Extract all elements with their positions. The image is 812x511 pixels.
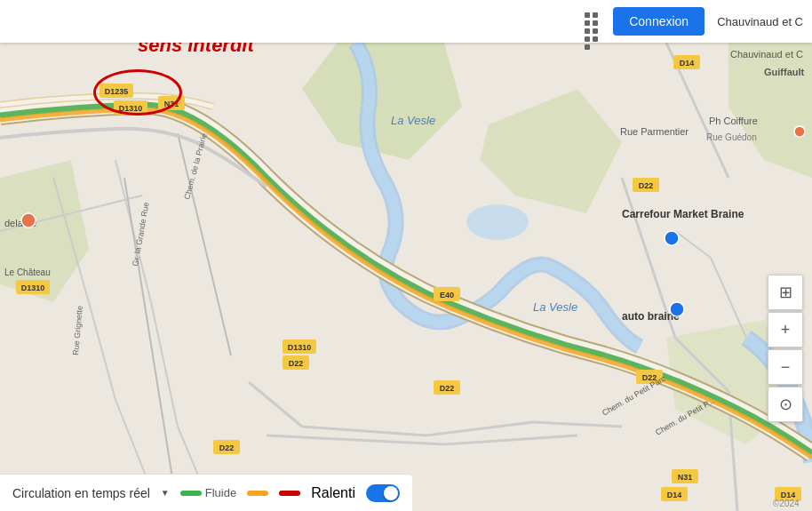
circulation-label: Circulation en temps réel bbox=[12, 486, 150, 500]
svg-text:La Vesle: La Vesle bbox=[533, 300, 577, 314]
svg-text:Le Château: Le Château bbox=[4, 267, 51, 277]
fluide-label: Fluide bbox=[205, 486, 236, 499]
svg-text:D1310: D1310 bbox=[119, 104, 143, 113]
dropdown-arrow[interactable]: ▼ bbox=[161, 488, 170, 498]
traffic-toggle[interactable] bbox=[366, 484, 400, 502]
layers-button[interactable]: ⊞ bbox=[768, 275, 803, 310]
svg-text:N31: N31 bbox=[678, 473, 693, 482]
svg-text:Guiffault: Guiffault bbox=[764, 67, 805, 77]
bottom-bar: Circulation en temps réel ▼ Fluide Ralen… bbox=[0, 474, 412, 511]
ralenti-label: Ralenti bbox=[311, 485, 355, 501]
svg-text:D22: D22 bbox=[289, 359, 304, 368]
svg-text:D1310: D1310 bbox=[21, 283, 45, 292]
svg-text:E40: E40 bbox=[440, 291, 454, 299]
toggle-knob bbox=[384, 486, 398, 500]
medium-color-swatch bbox=[247, 491, 268, 496]
svg-text:Rue Guédon: Rue Guédon bbox=[706, 132, 757, 142]
svg-text:N31: N31 bbox=[164, 100, 179, 108]
zoom-in-button[interactable]: + bbox=[768, 312, 803, 347]
map-background: D1235 D1310 N31 D22 E40 D1310 D22 D22 D1… bbox=[0, 0, 812, 511]
map-container[interactable]: D1235 D1310 N31 D22 E40 D1310 D22 D22 D1… bbox=[0, 0, 812, 511]
connexion-button[interactable]: Connexion bbox=[613, 7, 705, 36]
top-bar: Connexion Chauvinaud et C bbox=[0, 0, 812, 43]
svg-text:D22: D22 bbox=[219, 443, 235, 452]
svg-text:D14: D14 bbox=[680, 59, 695, 68]
svg-point-7 bbox=[466, 204, 529, 240]
location-text: Chauvinaud et C bbox=[717, 15, 803, 28]
map-controls: ⊞ + − ⊙ bbox=[768, 275, 803, 422]
svg-text:Rue Parmentier: Rue Parmentier bbox=[620, 126, 689, 137]
zoom-out-button[interactable]: − bbox=[768, 349, 803, 385]
street-view-button[interactable]: ⊙ bbox=[768, 387, 803, 422]
fluide-legend: Fluide bbox=[180, 486, 236, 499]
svg-text:La Vesle: La Vesle bbox=[391, 114, 435, 127]
svg-text:D14: D14 bbox=[667, 491, 682, 499]
svg-text:D1310: D1310 bbox=[288, 343, 312, 352]
svg-text:Chauvinaud et C: Chauvinaud et C bbox=[730, 49, 803, 60]
svg-text:Carrefour Market Braine: Carrefour Market Braine bbox=[622, 208, 744, 220]
fluide-color-swatch bbox=[180, 491, 202, 496]
grid-icon[interactable] bbox=[583, 11, 604, 32]
svg-text:Ph Coiffure: Ph Coiffure bbox=[709, 116, 758, 126]
svg-text:D22: D22 bbox=[440, 384, 455, 393]
svg-text:D22: D22 bbox=[639, 181, 654, 190]
svg-text:D1235: D1235 bbox=[105, 87, 129, 96]
ralenti-color-swatch bbox=[279, 491, 300, 496]
svg-text:©2024: ©2024 bbox=[773, 499, 800, 508]
